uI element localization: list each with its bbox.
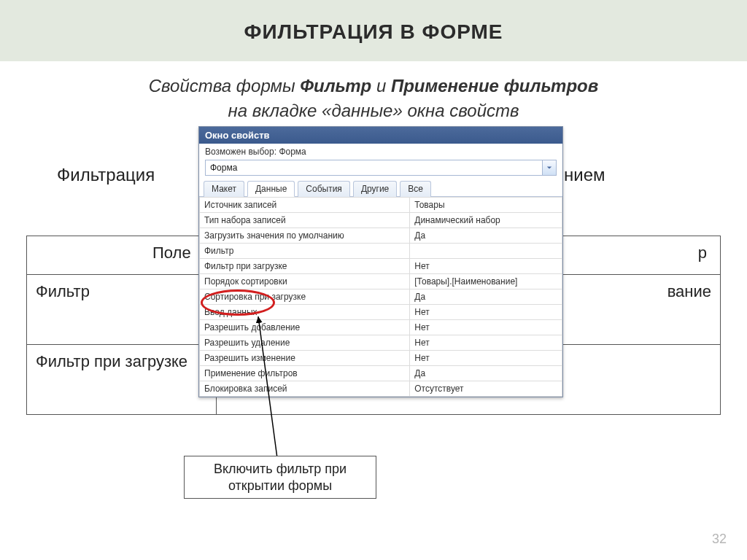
property-row[interactable]: Разрешить удалениеНет <box>200 335 562 351</box>
property-value[interactable]: Нет <box>410 335 562 351</box>
chevron-down-icon <box>546 165 552 171</box>
property-value[interactable]: Да <box>410 228 562 244</box>
property-name: Тип набора записей <box>200 213 410 228</box>
property-value[interactable]: [Товары].[Наименование] <box>410 274 562 289</box>
property-name: Разрешить изменение <box>200 351 410 366</box>
slide-title-band: ФИЛЬТРАЦИЯ В ФОРМЕ <box>0 0 747 61</box>
property-name: Загрузить значения по умолчанию <box>200 228 410 244</box>
property-row[interactable]: Фильтр при загрузкеНет <box>200 259 562 274</box>
property-name: Порядок сортировки <box>200 274 410 289</box>
property-name: Источник записей <box>200 198 410 213</box>
property-value[interactable]: Нет <box>410 351 562 366</box>
subtext-right-fragment: нием <box>564 165 605 185</box>
property-name: Блокировка записей <box>200 381 410 397</box>
subtitle-bold-2: Применение фильтров <box>391 76 598 96</box>
property-row[interactable]: Фильтр <box>200 244 562 259</box>
property-value[interactable]: Нет <box>410 305 562 320</box>
property-value[interactable]: Да <box>410 366 562 381</box>
slide-title: ФИЛЬТРАЦИЯ В ФОРМЕ <box>0 20 747 44</box>
subtext-left-fragment: Фильтрация <box>57 165 155 185</box>
subtitle-text-prefix: Свойства формы <box>149 76 301 96</box>
propwin-tabs: Макет Данные События Другие Все <box>199 180 562 197</box>
subtitle-bold-1: Фильтр <box>300 76 371 96</box>
property-row[interactable]: Источник записейТовары <box>200 198 562 213</box>
property-row[interactable]: Ввод данныхНет <box>200 305 562 320</box>
property-value[interactable] <box>410 244 562 259</box>
property-row[interactable]: Сортировка при загрузкеДа <box>200 289 562 305</box>
property-name: Ввод данных <box>200 305 410 320</box>
property-row[interactable]: Разрешить изменениеНет <box>200 351 562 366</box>
tab-events[interactable]: События <box>298 181 350 197</box>
property-value[interactable]: Нет <box>410 259 562 274</box>
property-value[interactable]: Отсутствует <box>410 381 562 397</box>
property-name: Сортировка при загрузке <box>200 289 410 305</box>
property-row[interactable]: Порядок сортировки[Товары].[Наименование… <box>200 274 562 289</box>
property-row[interactable]: Блокировка записейОтсутствует <box>200 381 562 397</box>
propwin-titlebar: Окно свойств <box>199 127 562 144</box>
property-row[interactable]: Разрешить добавлениеНет <box>200 320 562 335</box>
property-name: Разрешить удаление <box>200 335 410 351</box>
propwin-object-dropdown[interactable]: Форма <box>205 160 557 176</box>
dropdown-value[interactable]: Форма <box>205 160 543 176</box>
bg-table-row2-left: Фильтр при загрузке <box>27 345 217 415</box>
properties-grid: Источник записейТоварыТип набора записей… <box>199 197 562 397</box>
callout-box: Включить фильтр при открытии формы <box>184 456 376 499</box>
bg-table-row1-left: Фильтр <box>27 275 217 345</box>
property-value[interactable]: Динамический набор <box>410 213 562 228</box>
property-name: Фильтр при загрузке <box>200 259 410 274</box>
slide-subtitle: Свойства формы Фильтр и Применение фильт… <box>29 74 718 98</box>
tab-all[interactable]: Все <box>400 181 431 197</box>
tab-data[interactable]: Данные <box>247 181 295 197</box>
subtitle-text-mid: и <box>376 76 391 96</box>
property-row[interactable]: Загрузить значения по умолчаниюДа <box>200 228 562 244</box>
property-row[interactable]: Применение фильтровДа <box>200 366 562 381</box>
bg-table-header-left: Поле <box>27 236 217 275</box>
tab-layout[interactable]: Макет <box>204 181 244 197</box>
properties-window: Окно свойств Возможен выбор: Форма Форма… <box>198 126 563 397</box>
property-row[interactable]: Тип набора записейДинамический набор <box>200 213 562 228</box>
property-name: Разрешить добавление <box>200 320 410 335</box>
propwin-selection-label: Возможен выбор: Форма <box>199 144 562 158</box>
tab-other[interactable]: Другие <box>353 181 397 197</box>
slide-number: 32 <box>712 532 727 547</box>
property-value[interactable]: Да <box>410 289 562 305</box>
property-value[interactable]: Нет <box>410 320 562 335</box>
property-name: Фильтр <box>200 244 410 259</box>
slide-subtitle-line2: на вкладке «данные» окна свойств <box>0 101 747 121</box>
dropdown-button[interactable] <box>543 160 557 176</box>
property-value[interactable]: Товары <box>410 198 562 213</box>
property-name: Применение фильтров <box>200 366 410 381</box>
